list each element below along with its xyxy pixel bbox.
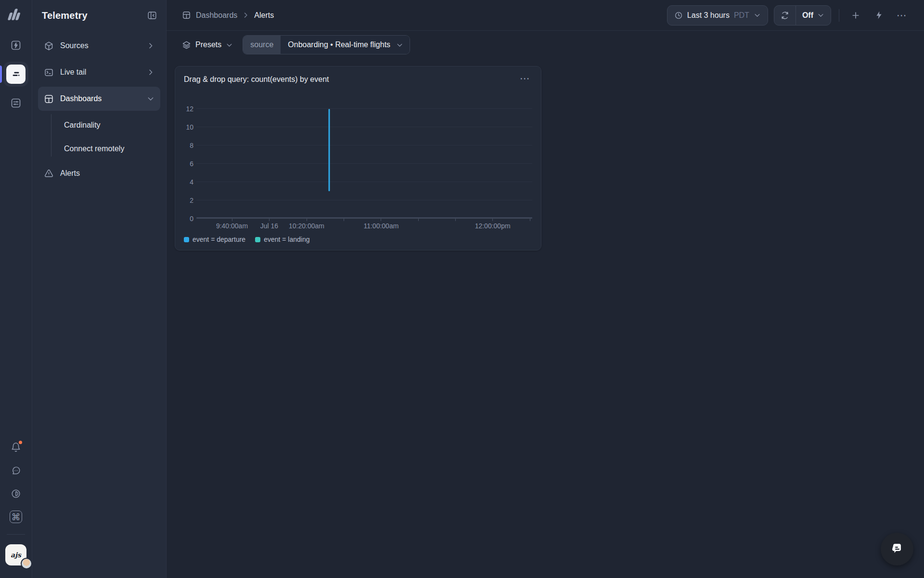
source-value-label: Onboarding • Real-time flights xyxy=(288,40,390,49)
axiom-logo[interactable] xyxy=(7,8,25,20)
presets-label: Presets xyxy=(195,40,221,49)
dashboard-grid-icon xyxy=(44,94,54,104)
y-tick-label: 10 xyxy=(186,124,193,131)
source-selector[interactable]: source Onboarding • Real-time flights xyxy=(243,35,410,54)
presets-dropdown[interactable]: Presets xyxy=(182,40,233,50)
source-value: Onboarding • Real-time flights xyxy=(281,36,410,54)
add-plus-button[interactable] xyxy=(847,7,864,24)
layers-icon xyxy=(182,40,191,50)
sidebar-header: Telemetry xyxy=(32,0,166,31)
legend-swatch xyxy=(184,237,189,242)
lightning-button[interactable] xyxy=(870,7,887,24)
chat-widget-button[interactable] xyxy=(881,533,913,565)
series-line-event-departure xyxy=(329,109,330,191)
sidebar-title: Telemetry xyxy=(42,10,88,21)
x-tick-label: Jul 16 xyxy=(260,222,278,230)
gridline xyxy=(196,163,532,164)
x-axis-line xyxy=(196,217,532,219)
sidebar-item-label: Live tail xyxy=(60,68,86,77)
x-axis-tick xyxy=(381,219,381,221)
stream-bolt-icon[interactable] xyxy=(5,35,26,56)
y-tick-label: 12 xyxy=(186,105,193,112)
rail-item-query-active[interactable] xyxy=(3,62,28,87)
workspace-avatar[interactable]: ajs xyxy=(5,544,26,565)
sidebar-item-label: Sources xyxy=(60,41,89,50)
sidebar: Telemetry Sources xyxy=(32,0,167,578)
legend-swatch xyxy=(255,237,260,242)
time-range-picker[interactable]: Last 3 hours PDT xyxy=(667,5,768,26)
chevron-right-icon xyxy=(147,68,154,76)
y-tick-label: 2 xyxy=(190,197,193,204)
x-tick-label: 10:20:00am xyxy=(289,222,324,230)
legend-label: event = departure xyxy=(192,236,245,243)
chevron-down-icon xyxy=(754,12,761,19)
chat-bubble-icon xyxy=(892,544,901,553)
sidebar-item-dashboards[interactable]: Dashboards xyxy=(38,87,160,111)
legend-item[interactable]: event = departure xyxy=(184,236,245,243)
chevron-down-icon xyxy=(396,41,403,49)
command-glyph: ⌘ xyxy=(10,511,22,523)
dashboard-content: Drag & drop query: count(events) by even… xyxy=(167,59,924,578)
dashboards-subitems: Cardinality Connect remotely xyxy=(38,113,160,160)
chart: 024681012 9:40:00amJul 1610:20:00am11:00… xyxy=(184,109,532,243)
breadcrumb-dashboards[interactable]: Dashboards xyxy=(182,11,237,20)
refresh-control: Off xyxy=(774,5,831,26)
x-axis-tick xyxy=(492,219,493,221)
chart-menu-button[interactable]: ⋯ xyxy=(518,74,532,85)
sliders-icon[interactable] xyxy=(5,92,26,114)
rail-nav xyxy=(3,35,28,114)
sidebar-nav: Sources Live tail xyxy=(32,31,166,191)
x-axis-tick xyxy=(307,219,307,221)
user-avatar[interactable] xyxy=(21,558,32,569)
gridline xyxy=(196,127,532,127)
dashboard-grid-icon xyxy=(182,11,191,20)
refresh-interval-label: Off xyxy=(802,11,813,20)
feedback-chat-icon[interactable] xyxy=(6,461,26,480)
sidebar-item-live-tail[interactable]: Live tail xyxy=(38,60,160,84)
sidebar-subitem-label: Cardinality xyxy=(64,121,101,130)
chart-legend: event = departureevent = landing xyxy=(184,236,532,243)
chart-card[interactable]: Drag & drop query: count(events) by even… xyxy=(175,66,541,250)
controls-separator xyxy=(839,9,839,22)
warning-triangle-icon xyxy=(44,169,54,179)
notification-dot xyxy=(18,440,23,445)
legend-item[interactable]: event = landing xyxy=(255,236,309,243)
plot-area[interactable] xyxy=(196,109,532,219)
breadcrumb-parent-label: Dashboards xyxy=(196,11,237,20)
breadcrumb-current: Alerts xyxy=(254,11,274,20)
sidebar-subitem-label: Connect remotely xyxy=(64,144,124,153)
gridline xyxy=(196,145,532,145)
x-tick-label: 12:00:00pm xyxy=(475,222,511,230)
sidebar-item-alerts[interactable]: Alerts xyxy=(38,161,160,185)
collapse-sidebar-icon[interactable] xyxy=(147,10,157,21)
active-indicator xyxy=(0,66,2,83)
theme-contrast-icon[interactable] xyxy=(6,484,26,503)
breadcrumb-chevron-icon xyxy=(242,12,249,19)
query-icon xyxy=(6,65,26,84)
gridline xyxy=(196,108,532,109)
sidebar-item-sources[interactable]: Sources xyxy=(38,34,160,58)
legend-label: event = landing xyxy=(264,236,309,243)
chart-title: Drag & drop query: count(events) by even… xyxy=(184,75,329,84)
refresh-interval-button[interactable]: Off xyxy=(796,11,831,20)
x-axis-tick xyxy=(344,219,344,221)
sidebar-item-cardinality[interactable]: Cardinality xyxy=(38,113,160,137)
workspace-glyph: ajs xyxy=(11,551,21,559)
x-axis-tick xyxy=(418,219,419,221)
cube-icon xyxy=(44,41,54,51)
sidebar-item-connect-remotely[interactable]: Connect remotely xyxy=(38,137,160,160)
breadcrumb: Dashboards Alerts xyxy=(182,11,274,20)
x-axis-tick xyxy=(455,219,456,221)
gridline xyxy=(196,182,532,182)
terminal-icon xyxy=(44,67,54,78)
y-tick-label: 0 xyxy=(190,215,193,222)
sidebar-item-label: Alerts xyxy=(60,169,80,178)
chevron-down-icon xyxy=(147,95,154,103)
gridline xyxy=(196,200,532,200)
x-axis-tick xyxy=(232,219,232,221)
notifications-bell-icon[interactable] xyxy=(6,438,26,457)
command-icon[interactable]: ⌘ xyxy=(6,507,26,526)
refresh-button[interactable] xyxy=(774,6,796,25)
more-options-button[interactable]: ⋯ xyxy=(893,7,911,24)
top-bar: Dashboards Alerts Last 3 hours PDT xyxy=(167,0,924,31)
